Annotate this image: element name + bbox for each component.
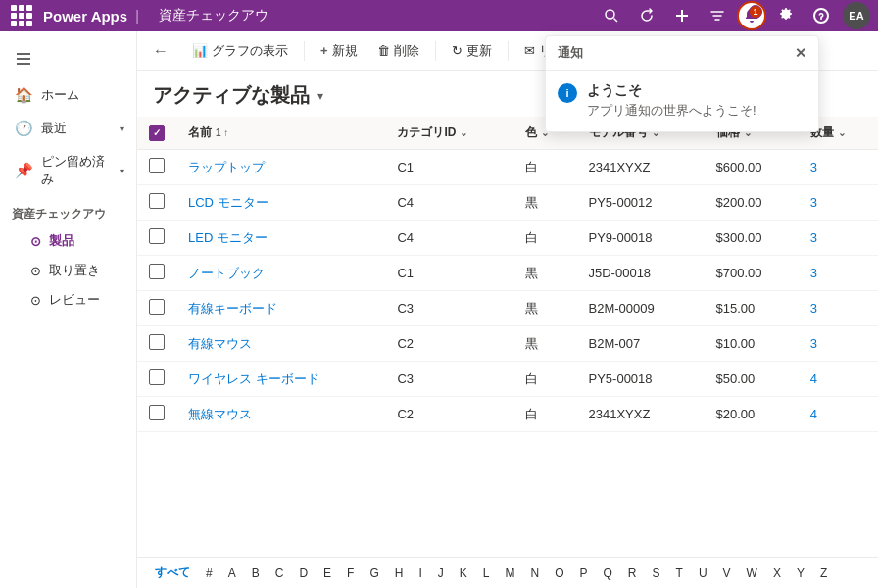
pagination-item-V[interactable]: V — [717, 564, 737, 583]
pagination-item-すべて[interactable]: すべて — [149, 562, 196, 584]
delete-button[interactable]: 🗑 削除 — [369, 38, 427, 64]
row-checkbox-cell[interactable] — [137, 185, 176, 220]
sidebar-item-products[interactable]: ⊙ 製品 — [0, 226, 136, 256]
col-checkbox[interactable]: ✓ — [137, 117, 176, 150]
pagination-item-O[interactable]: O — [549, 564, 569, 583]
pagination-item-B[interactable]: B — [246, 564, 266, 583]
row-qty[interactable]: 3 — [799, 150, 878, 185]
row-checkbox-cell[interactable] — [137, 397, 176, 432]
row-checkbox[interactable] — [149, 193, 165, 209]
chevron-down-icon: ▾ — [120, 123, 124, 134]
row-checkbox[interactable] — [149, 158, 165, 173]
pagination-item-U[interactable]: U — [693, 564, 713, 583]
email-icon: ✉ — [524, 43, 535, 58]
row-qty[interactable]: 3 — [799, 185, 878, 220]
row-category-id: C1 — [385, 150, 512, 185]
row-name[interactable]: ワイヤレス キーボード — [176, 362, 385, 397]
pagination-item-H[interactable]: H — [389, 564, 410, 583]
plus-button[interactable] — [666, 0, 698, 31]
pagination-item-J[interactable]: J — [432, 564, 450, 583]
pagination-item-Y[interactable]: Y — [791, 564, 810, 583]
pagination-item-Z[interactable]: Z — [814, 564, 833, 583]
row-qty[interactable]: 3 — [799, 291, 878, 326]
pagination-item-L[interactable]: L — [477, 564, 496, 583]
row-checkbox-cell[interactable] — [137, 362, 176, 397]
row-checkbox[interactable] — [149, 264, 165, 279]
app-name: Power Apps — [43, 8, 127, 24]
pagination-item-Q[interactable]: Q — [598, 564, 618, 583]
pagination-item-G[interactable]: G — [364, 564, 384, 583]
sidebar-section-label: 資産チェックアウ — [0, 196, 136, 226]
back-button[interactable]: ← — [149, 38, 172, 64]
products-table: ✓ 名前 1 ↑ カテゴリID ⌄ — [137, 117, 878, 432]
pagination-item-hash[interactable]: # — [200, 564, 219, 583]
avatar[interactable]: EA — [843, 2, 870, 29]
row-checkbox[interactable] — [149, 228, 165, 244]
help-button[interactable] — [805, 0, 837, 31]
row-qty[interactable]: 4 — [799, 397, 878, 432]
row-qty[interactable]: 3 — [799, 326, 878, 362]
pagination-item-F[interactable]: F — [341, 564, 360, 583]
sidebar-item-reservations[interactable]: ⊙ 取り置き — [0, 256, 136, 285]
update-button[interactable]: ↻ 更新 — [444, 38, 500, 64]
row-checkbox[interactable] — [149, 334, 165, 350]
row-name[interactable]: LED モニター — [176, 220, 385, 256]
row-category-id: C2 — [385, 326, 512, 362]
col-name[interactable]: 名前 1 ↑ — [176, 117, 385, 150]
select-all-checkbox[interactable]: ✓ — [149, 125, 165, 141]
pagination-item-X[interactable]: X — [767, 564, 787, 583]
pagination-item-P[interactable]: P — [574, 564, 594, 583]
row-checkbox[interactable] — [149, 299, 165, 315]
row-qty[interactable]: 3 — [799, 220, 878, 256]
sidebar-reservations-icon: ⊙ — [30, 264, 41, 278]
title-chevron-icon[interactable]: ▾ — [317, 89, 323, 103]
sidebar-item-pinned[interactable]: 📌 ピン留め済み ▾ — [0, 145, 136, 196]
row-price: $15.00 — [705, 291, 799, 326]
sidebar-item-reviews[interactable]: ⊙ レビュー — [0, 285, 136, 315]
row-name[interactable]: 有線キーボード — [176, 291, 385, 326]
pagination-item-M[interactable]: M — [499, 564, 520, 583]
row-qty[interactable]: 4 — [799, 362, 878, 397]
row-checkbox-cell[interactable] — [137, 326, 176, 362]
row-price: $10.00 — [705, 326, 799, 362]
pagination-item-S[interactable]: S — [647, 564, 666, 583]
waffle-menu-button[interactable] — [8, 0, 35, 31]
row-checkbox-cell[interactable] — [137, 291, 176, 326]
pagination-item-I[interactable]: I — [413, 564, 427, 583]
sidebar-item-recent[interactable]: 🕐 最近 ▾ — [0, 112, 136, 145]
sidebar-products-label: 製品 — [49, 232, 74, 250]
row-checkbox-cell[interactable] — [137, 220, 176, 256]
row-checkbox-cell[interactable] — [137, 256, 176, 291]
row-price: $600.00 — [705, 150, 799, 185]
new-button[interactable]: + 新規 — [313, 38, 366, 64]
pagination-item-E[interactable]: E — [317, 564, 337, 583]
pagination-item-T[interactable]: T — [670, 564, 689, 583]
row-name[interactable]: ノートブック — [176, 256, 385, 291]
row-qty[interactable]: 3 — [799, 256, 878, 291]
row-checkbox[interactable] — [149, 405, 165, 420]
row-name[interactable]: LCD モニター — [176, 185, 385, 220]
row-color: 白 — [513, 220, 577, 256]
pagination-item-N[interactable]: N — [524, 564, 545, 583]
sidebar-item-home[interactable]: 🏠 ホーム — [0, 78, 136, 112]
row-checkbox-cell[interactable] — [137, 150, 176, 185]
pagination-item-K[interactable]: K — [454, 564, 473, 583]
pagination-item-W[interactable]: W — [741, 564, 763, 583]
row-checkbox[interactable] — [149, 369, 165, 385]
pagination-item-A[interactable]: A — [222, 564, 242, 583]
col-category-id[interactable]: カテゴリID ⌄ — [385, 117, 512, 150]
settings-button[interactable] — [770, 0, 802, 31]
graph-view-button[interactable]: 📊 グラフの表示 — [184, 38, 296, 64]
pagination-item-R[interactable]: R — [622, 564, 643, 583]
pagination-item-D[interactable]: D — [293, 564, 314, 583]
search-button[interactable] — [596, 0, 627, 31]
row-name[interactable]: ラップトップ — [176, 150, 385, 185]
refresh-icon-btn[interactable] — [631, 0, 662, 31]
bell-button[interactable]: 1 — [737, 1, 766, 30]
filter-button[interactable] — [702, 0, 733, 31]
hamburger-button[interactable] — [8, 43, 39, 74]
row-name[interactable]: 有線マウス — [176, 326, 385, 362]
notification-close-button[interactable]: ✕ — [795, 45, 806, 61]
pagination-item-C[interactable]: C — [269, 564, 290, 583]
row-name[interactable]: 無線マウス — [176, 397, 385, 432]
